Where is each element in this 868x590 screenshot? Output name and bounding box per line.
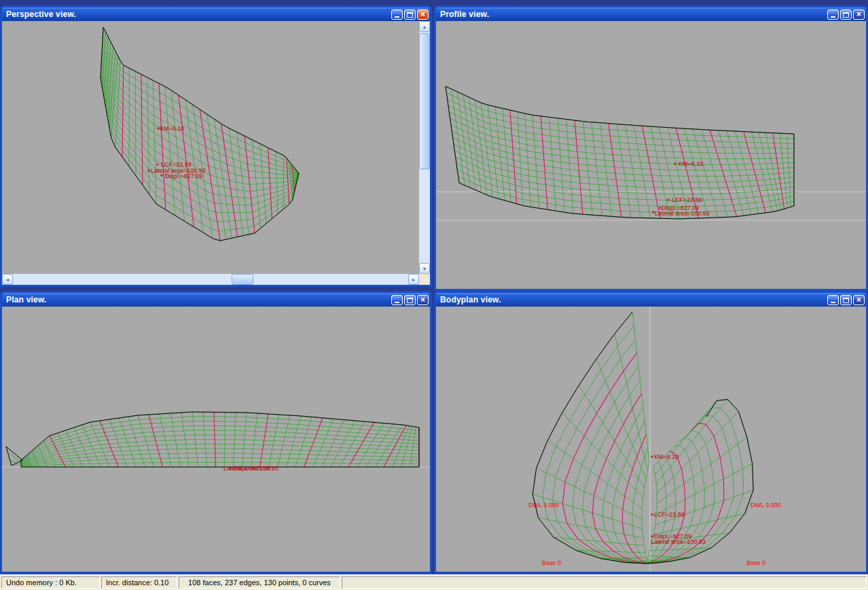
status-spacer: [342, 576, 867, 589]
maximize-icon: [843, 12, 849, 18]
vertical-scroll-thumb[interactable]: [419, 33, 430, 169]
scrollbar-corner: [419, 274, 430, 285]
close-icon: ×: [418, 296, 428, 305]
hull-mesh: [101, 27, 299, 241]
viewport-profile[interactable]: KM=6.10 LCF=23.59 Displ.=827.09 Lateral …: [436, 21, 866, 289]
minimize-icon: [395, 302, 399, 303]
annotation-lateral-area: Lateral area=100.93: [655, 210, 710, 217]
view-canvas-perspective[interactable]: KM=6.10 LCF=23.59 Lateral area=100.93 Di…: [2, 21, 419, 274]
annotation-lateral-area: Lateral area=100.93: [651, 538, 706, 545]
maximize-button[interactable]: [404, 10, 416, 20]
maximize-icon: [843, 298, 849, 303]
app-workspace: { "app": { "background_color": "#2A3C8E"…: [0, 0, 868, 590]
scroll-up-button[interactable]: ▲: [419, 21, 430, 32]
titlebar-buttons: ×: [827, 295, 865, 305]
titlebar-perspective[interactable]: Perspective view. ×: [2, 7, 430, 21]
minimize-button[interactable]: [391, 10, 403, 20]
scroll-down-button[interactable]: ▼: [419, 263, 430, 274]
minimize-icon: [395, 16, 399, 18]
annotation-dwl-right: DWL 3.000: [751, 502, 781, 508]
annotation-displ: Displ.=827.09: [233, 465, 270, 472]
viewport-plan[interactable]: Lateral area=100.93 Displ.=827.09: [2, 307, 430, 572]
status-undo-memory: Undo memory : 0 Kb.: [1, 576, 100, 589]
annotation-dwl-left: DWL 3.000: [528, 502, 559, 508]
titlebar-buttons: ×: [391, 10, 429, 20]
annotations: KM=6.10 LCF=23.59 Lateral area=100.93 Di…: [151, 125, 206, 179]
annotation-displ: Displ.=827.09: [165, 173, 202, 179]
hull-mesh: [21, 412, 419, 470]
window-perspective: Perspective view. × KM=6.10 LCF=23.59 La…: [0, 5, 432, 287]
minimize-button[interactable]: [827, 295, 839, 305]
annotation-km: KM=6.10: [654, 453, 679, 460]
maximize-button[interactable]: [840, 10, 852, 20]
status-bar: Undo memory : 0 Kb. Incr. distance: 0.10…: [0, 574, 868, 590]
horizontal-scrollbar[interactable]: ◄ ►: [2, 274, 419, 285]
window-title: Bodyplan view.: [440, 295, 827, 305]
close-icon: ×: [854, 10, 864, 19]
annotation-km: KM=6.10: [679, 160, 703, 167]
window-title: Plan view.: [6, 295, 391, 305]
window-title: Perspective view.: [6, 10, 391, 19]
minimize-button[interactable]: [391, 295, 403, 305]
window-bodyplan: Bodyplan view. × KM=6.10 LCF=23.59 Displ…: [434, 291, 868, 574]
close-button[interactable]: ×: [417, 295, 429, 305]
titlebar-bodyplan[interactable]: Bodyplan view. ×: [436, 293, 866, 307]
maximize-button[interactable]: [404, 295, 416, 305]
titlebar-plan[interactable]: Plan view. ×: [2, 293, 430, 307]
annotation-base-left: Base 0: [542, 559, 561, 566]
annotations: KM=6.10 LCF=23.59 Displ.=827.09 Lateral …: [655, 160, 710, 217]
view-canvas-bodyplan[interactable]: KM=6.10 LCF=23.59 Displ.=827.09 Lateral …: [436, 307, 866, 572]
annotation-km: KM=6.10: [160, 125, 184, 132]
maximize-icon: [407, 298, 413, 303]
client-area-perspective: KM=6.10 LCF=23.59 Lateral area=100.93 Di…: [2, 21, 430, 285]
annotation-lcf: LCF=23.59: [654, 511, 685, 518]
client-area-profile: KM=6.10 LCF=23.59 Displ.=827.09 Lateral …: [436, 21, 866, 289]
viewport-perspective[interactable]: KM=6.10 LCF=23.59 Lateral area=100.93 Di…: [2, 21, 419, 274]
titlebar-buttons: ×: [391, 295, 429, 305]
annotation-lcf: LCF=23.59: [672, 196, 702, 203]
window-profile: Profile view. × KM=6.10 LCF=23.59 Displ.…: [434, 5, 868, 291]
window-title: Profile view.: [440, 10, 827, 19]
close-button[interactable]: ×: [853, 295, 865, 305]
minimize-icon: [831, 302, 835, 303]
vertical-scrollbar[interactable]: ▲ ▼: [419, 21, 430, 274]
window-plan: Plan view. × Lateral area=100.93 Displ.=…: [0, 291, 432, 574]
viewport-bodyplan[interactable]: KM=6.10 LCF=23.59 Displ.=827.09 Lateral …: [436, 307, 866, 572]
annotations: Lateral area=100.93 Displ.=827.09: [223, 465, 278, 472]
view-canvas-plan[interactable]: Lateral area=100.93 Displ.=827.09: [2, 307, 430, 572]
minimize-button[interactable]: [827, 10, 839, 20]
annotations: KM=6.10 LCF=23.59 Displ.=827.09 Lateral …: [528, 453, 781, 566]
bow-fin: [6, 447, 22, 466]
client-area-plan: Lateral area=100.93 Displ.=827.09: [2, 307, 430, 572]
view-canvas-profile[interactable]: KM=6.10 LCF=23.59 Displ.=827.09 Lateral …: [436, 21, 866, 289]
hull-mesh: [446, 86, 794, 219]
status-model-stats: 108 faces, 237 edges, 130 points, 0 curv…: [179, 576, 340, 589]
close-button[interactable]: ×: [853, 10, 865, 20]
close-icon: ×: [418, 10, 428, 19]
hull-mesh: [532, 312, 753, 563]
annotation-base-right: Base 0: [746, 559, 765, 566]
close-icon: ×: [854, 296, 864, 305]
titlebar-buttons: ×: [827, 10, 865, 20]
status-incr-distance: Incr. distance: 0.10: [101, 576, 177, 589]
maximize-button[interactable]: [840, 295, 852, 305]
scroll-left-button[interactable]: ◄: [2, 274, 13, 285]
close-button[interactable]: ×: [417, 10, 429, 20]
titlebar-profile[interactable]: Profile view. ×: [436, 7, 866, 21]
horizontal-scroll-thumb[interactable]: [232, 274, 253, 285]
maximize-icon: [407, 12, 413, 18]
minimize-icon: [831, 16, 835, 18]
scroll-right-button[interactable]: ►: [408, 274, 419, 285]
client-area-bodyplan: KM=6.10 LCF=23.59 Displ.=827.09 Lateral …: [436, 307, 866, 572]
